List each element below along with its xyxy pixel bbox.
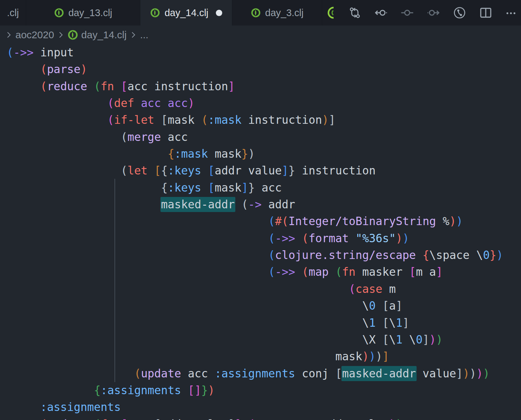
clojure-icon [251,8,261,18]
breadcrumb-label: day_14.clj [81,29,127,41]
clojure-icon [67,30,78,40]
commit-icon [400,6,414,20]
breadcrumb-item-[interactable]: ... [140,29,148,41]
compare-changes-icon [348,6,362,20]
code-line[interactable]: (reduce (fn [acc [addr value]] (assoc ac… [7,416,521,420]
tab-day_14.clj[interactable]: day_14.clj [140,0,232,25]
split-editor-button[interactable] [479,6,493,20]
occurrence-highlight: masked-addr [160,197,236,212]
next-change-button[interactable] [426,6,440,20]
breadcrumb-item-day_14clj[interactable]: day_14.clj [67,29,127,41]
code-line[interactable]: {:keys [mask]} acc [7,179,521,196]
source-control-graph-icon [453,6,467,20]
split-editor-icon [479,6,493,20]
calva-crescent-icon [328,6,336,20]
code-line[interactable]: (update acc :assignments conj [masked-ad… [7,365,521,382]
previous-change-icon [374,6,388,20]
code-line[interactable]: mask)))] [7,348,521,365]
tab-bar: .cljday_13.cljday_14.cljday_3.clj [0,0,521,25]
code-line[interactable]: \0 [a] [7,298,521,314]
breadcrumb-label: aoc2020 [15,29,54,41]
tab-label: day_14.clj [164,7,208,18]
breadcrumb-item-aoc2020[interactable]: aoc2020 [15,29,54,41]
modified-indicator-dot [216,10,222,16]
code-line[interactable]: :assignments [7,399,521,416]
source-control-graph-button[interactable] [453,6,467,20]
code-line[interactable]: {:mask mask}) [7,146,521,162]
code-line[interactable]: (def acc acc) [7,95,521,112]
chevron-right-icon [4,30,14,40]
code-line[interactable]: (merge acc [7,129,521,146]
occurrence-highlight: masked-addr [341,366,417,381]
code-line[interactable]: masked-addr (-> addr [7,196,521,213]
code-area: (->> input (parse) (reduce (fn [acc inst… [7,44,521,420]
tab-strip: .cljday_13.cljday_14.cljday_3.clj [0,0,322,25]
code-line[interactable]: (#(Integer/toBinaryString %)) [7,213,521,230]
code-line[interactable]: (clojure.string/escape {\space \0}) [7,247,521,264]
tab-label: .clj [7,7,19,18]
tab-clj[interactable]: .clj [0,0,26,25]
chevron-right-icon [56,30,66,40]
clojure-icon [150,8,160,18]
tab-day_13.clj[interactable]: day_13.clj [26,0,140,25]
more-actions-icon [505,6,517,20]
breadcrumb: aoc2020day_14.clj... [0,25,521,44]
tab-label: day_13.clj [68,7,112,18]
next-change-icon [426,6,440,20]
code-line[interactable]: \X [\1 \0])) [7,331,521,348]
previous-change-button[interactable] [374,6,388,20]
compare-changes-button[interactable] [348,6,362,20]
code-line[interactable]: \1 [\1] [7,315,521,331]
code-line[interactable]: (case m [7,281,521,298]
calva-repl-button[interactable] [328,6,336,20]
breadcrumb-label: ... [140,29,148,41]
code-line[interactable]: (->> (format "%36s")) [7,230,521,247]
code-line[interactable]: (->> (map (fn masker [m a] [7,264,521,280]
code-line[interactable]: (reduce (fn [acc instruction] [7,78,521,95]
code-line[interactable]: (parse) [7,61,521,78]
code-line[interactable]: {:assignments []}) [7,382,521,399]
editor-actions [328,0,521,25]
chevron-right-icon [128,30,138,40]
code-line[interactable]: (let [{:keys [addr value]} instruction [7,162,521,179]
git-commit-button[interactable] [400,6,414,20]
clojure-icon [54,8,64,18]
tab-day_3.clj[interactable]: day_3.clj [232,0,322,25]
editor[interactable]: (->> input (parse) (reduce (fn [acc inst… [0,44,521,420]
code-line[interactable]: (->> input [7,44,521,61]
tab-label: day_3.clj [265,7,303,18]
more-actions-button[interactable] [505,6,517,20]
code-line[interactable]: (if-let [mask (:mask instruction)] [7,112,521,128]
indent-guide [114,179,115,382]
